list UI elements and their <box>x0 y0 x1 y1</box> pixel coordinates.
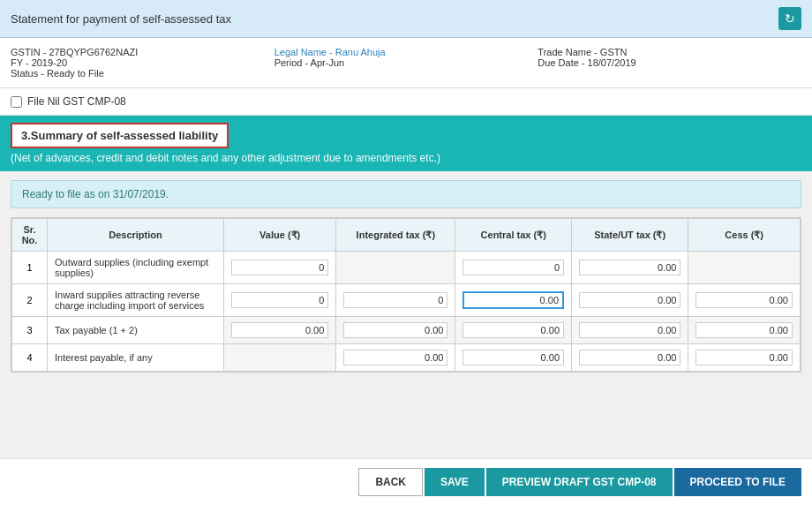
cess-input-3[interactable] <box>695 322 793 338</box>
summary-subtitle: (Net of advances, credit and debit notes… <box>0 148 812 171</box>
refresh-button[interactable]: ↻ <box>778 7 801 30</box>
desc-4: Interest payable, if any <box>48 344 224 372</box>
value-input-3[interactable] <box>231 322 328 338</box>
ready-banner: Ready to file as on 31/07/2019. <box>11 180 801 208</box>
info-section: GSTIN - 27BQYPG6762NAZI FY - 2019-20 Sta… <box>0 38 812 88</box>
table-row: 3 Tax payable (1 + 2) <box>12 317 801 344</box>
info-col1: GSTIN - 27BQYPG6762NAZI FY - 2019-20 Sta… <box>11 47 274 79</box>
back-button[interactable]: BACK <box>358 468 423 496</box>
cess-3[interactable] <box>688 317 801 344</box>
int-tax-input-4[interactable] <box>343 350 447 366</box>
central-tax-3[interactable] <box>455 317 572 344</box>
state-ut-input-4[interactable] <box>579 350 680 366</box>
col-cess: Cess (₹) <box>688 219 801 252</box>
summary-header: 3.Summary of self-assessed liability (Ne… <box>0 116 812 171</box>
proceed-button[interactable]: PROCEED TO FILE <box>674 468 801 496</box>
int-tax-3[interactable] <box>336 317 455 344</box>
value-3[interactable] <box>224 317 336 344</box>
value-input-1[interactable] <box>231 260 328 275</box>
due-date-label: Due Date - 18/07/2019 <box>538 57 801 68</box>
liability-table: Sr. No. Description Value (₹) Integrated… <box>11 218 801 372</box>
trade-name-label: Trade Name - GSTN <box>538 47 801 57</box>
col-central-tax: Central tax (₹) <box>455 219 572 252</box>
page-title: Statement for payment of self-assessed t… <box>11 12 231 26</box>
preview-button[interactable]: PREVIEW DRAFT GST CMP-08 <box>486 468 673 496</box>
save-button[interactable]: SAVE <box>425 468 485 496</box>
table-row: 4 Interest payable, if any <box>12 344 801 372</box>
int-tax-input-2[interactable] <box>343 292 447 308</box>
col-integrated-tax: Integrated tax (₹) <box>336 219 455 252</box>
info-col2: Legal Name - Ranu Ahuja Period - Apr-Jun <box>274 47 538 79</box>
central-tax-input-2[interactable] <box>462 291 564 309</box>
table-row: 1 Outward supplies (including exempt sup… <box>12 252 801 284</box>
sr-4: 4 <box>12 344 48 372</box>
period-label: Period - Apr-Jun <box>274 57 538 68</box>
info-col3: Trade Name - GSTN Due Date - 18/07/2019 <box>538 47 801 79</box>
state-ut-4[interactable] <box>572 344 688 372</box>
central-tax-2[interactable] <box>455 284 572 317</box>
col-description: Description <box>48 219 224 252</box>
sr-3: 3 <box>12 317 48 344</box>
footer-buttons: BACK SAVE PREVIEW DRAFT GST CMP-08 PROCE… <box>0 458 812 505</box>
table-row: 2 Inward supplies attracting reverse cha… <box>12 284 801 317</box>
desc-1: Outward supplies (including exempt suppl… <box>48 252 224 284</box>
cess-2[interactable] <box>688 284 801 317</box>
sr-2: 2 <box>12 284 48 317</box>
cess-input-2[interactable] <box>695 292 793 308</box>
nil-file-label[interactable]: File Nil GST CMP-08 <box>27 95 126 108</box>
status-label: Status - Ready to File <box>11 68 274 79</box>
state-ut-input-3[interactable] <box>579 322 680 338</box>
central-tax-4[interactable] <box>455 344 572 372</box>
int-tax-2[interactable] <box>336 284 455 317</box>
cess-1 <box>688 252 801 284</box>
value-1[interactable] <box>224 252 336 284</box>
state-ut-2[interactable] <box>572 284 688 317</box>
value-input-2[interactable] <box>231 292 328 308</box>
legal-name-label: Legal Name - Ranu Ahuja <box>274 47 538 57</box>
nil-file-checkbox[interactable] <box>11 96 22 108</box>
col-state-ut: State/UT tax (₹) <box>572 219 688 252</box>
fy-label: FY - 2019-20 <box>11 57 274 68</box>
int-tax-1 <box>336 252 455 284</box>
central-tax-input-4[interactable] <box>462 350 564 366</box>
title-bar: Statement for payment of self-assessed t… <box>0 0 812 38</box>
value-4 <box>224 344 336 372</box>
central-tax-input-3[interactable] <box>462 322 564 338</box>
desc-2: Inward supplies attracting reverse charg… <box>48 284 224 317</box>
cess-input-4[interactable] <box>695 350 793 366</box>
cess-4[interactable] <box>688 344 801 372</box>
col-sr: Sr. No. <box>12 219 48 252</box>
value-2[interactable] <box>224 284 336 317</box>
nil-file-section: File Nil GST CMP-08 <box>0 88 812 116</box>
table-container: Sr. No. Description Value (₹) Integrated… <box>11 217 801 373</box>
state-ut-1[interactable] <box>572 252 688 284</box>
state-ut-3[interactable] <box>572 317 688 344</box>
int-tax-4[interactable] <box>336 344 455 372</box>
sr-1: 1 <box>12 252 48 284</box>
state-ut-input-2[interactable] <box>579 292 680 308</box>
central-tax-1[interactable] <box>455 252 572 284</box>
int-tax-input-3[interactable] <box>343 322 447 338</box>
col-value: Value (₹) <box>224 219 336 252</box>
desc-3: Tax payable (1 + 2) <box>48 317 224 344</box>
gstin-label: GSTIN - 27BQYPG6762NAZI <box>11 47 274 57</box>
central-tax-input-1[interactable] <box>462 260 564 275</box>
ready-text: Ready to file as on 31/07/2019. <box>22 188 169 200</box>
summary-title: 3.Summary of self-assessed liability <box>11 123 229 148</box>
state-ut-input-1[interactable] <box>579 260 680 275</box>
